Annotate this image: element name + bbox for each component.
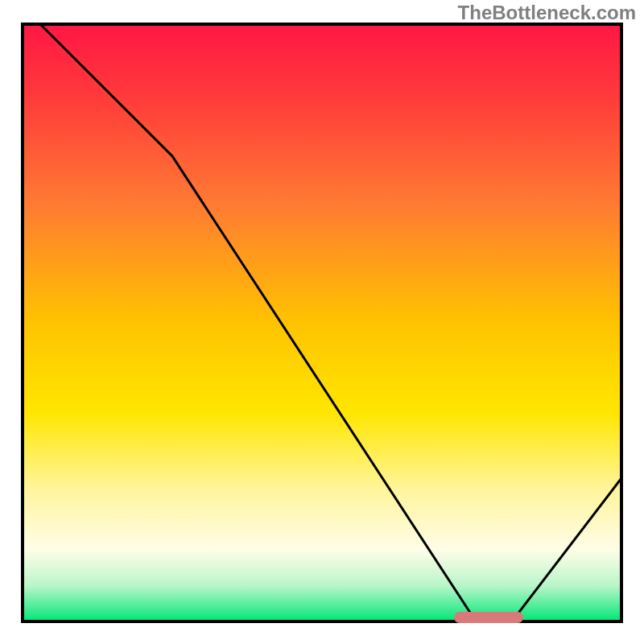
- bottleneck-chart: [0, 0, 644, 644]
- chart-container: TheBottleneck.com: [0, 0, 644, 644]
- optimal-range-marker: [454, 612, 523, 623]
- watermark-text: TheBottleneck.com: [458, 2, 636, 24]
- plot-background: [23, 24, 621, 621]
